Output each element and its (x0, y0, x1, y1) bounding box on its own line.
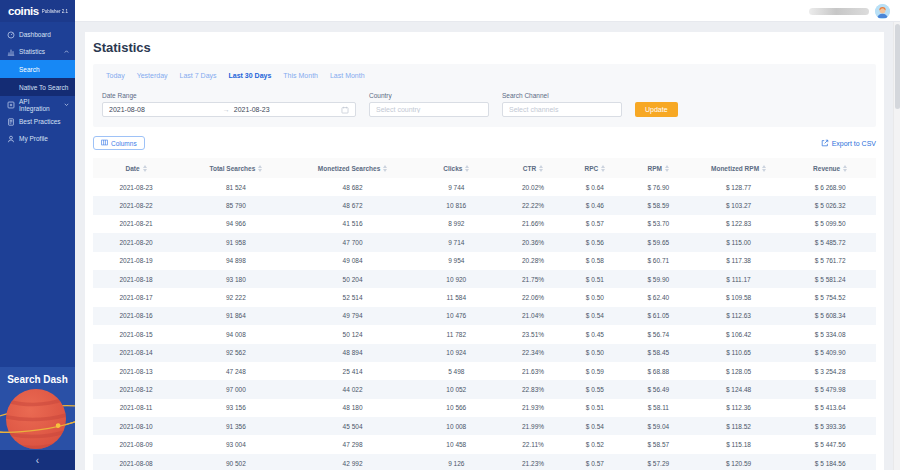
sidebar-item-label: Dashboard (19, 31, 51, 38)
sort-ascending-caret (539, 165, 543, 168)
search-channel-select[interactable] (502, 102, 622, 117)
cell-revenue: $ 6 268.90 (784, 178, 876, 196)
column-header-label: RPC (585, 165, 599, 172)
tab-last-month[interactable]: Last Month (330, 72, 365, 79)
cell-rpc: $ 0.59 (566, 362, 624, 380)
date-range-input[interactable]: 2021-08-08 → 2021-08-23 (102, 102, 356, 117)
country-label: Country (369, 92, 489, 99)
column-header-date[interactable]: Date (93, 158, 179, 178)
column-header-ctr[interactable]: CTR (500, 158, 566, 178)
vertical-scrollbar[interactable] (893, 22, 900, 470)
search-channel-group: Search Channel (502, 92, 622, 117)
tab-today[interactable]: Today (106, 72, 125, 79)
bar-chart-icon (7, 48, 15, 56)
cell-monetized-rpm: $ 110.65 (693, 344, 785, 362)
filter-tabs: TodayYesterdayLast 7 DaysLast 30 DaysThi… (102, 72, 867, 79)
cell-monetized-rpm: $ 112.63 (693, 307, 785, 325)
sidebar-item-dashboard[interactable]: Dashboard (0, 26, 75, 43)
sort-descending-caret (762, 169, 766, 172)
cell-revenue: $ 5 099.50 (784, 215, 876, 233)
sort-ascending-caret (665, 165, 669, 168)
cell-rpc: $ 0.64 (566, 178, 624, 196)
cell-total-searches: 94 008 (179, 325, 293, 343)
sidebar-item-best-practices[interactable]: Best Practices (0, 113, 75, 130)
cell-monetized-rpm: $ 128.05 (693, 362, 785, 380)
sort-ascending-caret (843, 165, 847, 168)
cell-rpm: $ 58.11 (624, 399, 693, 417)
date-start-value[interactable]: 2021-08-08 (109, 106, 145, 113)
table-row: 2021-08-2381 52448 6829 74420.02%$ 0.64$… (93, 178, 876, 196)
update-button[interactable]: Update (635, 102, 678, 117)
tab-last-7-days[interactable]: Last 7 Days (180, 72, 217, 79)
sidebar-collapse-button[interactable]: ‹ (0, 450, 75, 470)
cell-date: 2021-08-08 (93, 454, 179, 470)
tab-this-month[interactable]: This Month (283, 72, 318, 79)
sidebar-item-my-profile[interactable]: My Profile (0, 130, 75, 147)
promo-title: Search Dash (0, 374, 75, 385)
column-header-revenue[interactable]: Revenue (784, 158, 876, 178)
cell-total-searches: 93 180 (179, 270, 293, 288)
column-header-rpm[interactable]: RPM (624, 158, 693, 178)
columns-button[interactable]: Columns (93, 136, 145, 150)
cell-rpm: $ 58.45 (624, 344, 693, 362)
cell-total-searches: 94 966 (179, 215, 293, 233)
sort-icon (258, 165, 262, 172)
cell-rpm: $ 60.71 (624, 252, 693, 270)
cell-monetized-rpm: $ 118.52 (693, 417, 785, 435)
cell-monetized-searches: 48 894 (293, 344, 413, 362)
column-header-clicks[interactable]: Clicks (412, 158, 500, 178)
column-header-total-searches[interactable]: Total Searches (179, 158, 293, 178)
cell-rpm: $ 59.04 (624, 417, 693, 435)
cell-rpc: $ 0.51 (566, 399, 624, 417)
date-separator: → (223, 106, 230, 113)
cell-rpc: $ 0.50 (566, 288, 624, 306)
cell-rpc: $ 0.51 (566, 270, 624, 288)
cell-revenue: $ 5 393.36 (784, 417, 876, 435)
country-select[interactable] (369, 102, 489, 117)
sidebar-promo[interactable]: Search Dash (0, 367, 75, 470)
cell-total-searches: 97 000 (179, 380, 293, 398)
cell-rpc: $ 0.54 (566, 417, 624, 435)
cell-rpc: $ 0.52 (566, 435, 624, 453)
calendar-icon (341, 106, 349, 114)
stats-table-head-row: DateTotal SearchesMonetized SearchesClic… (93, 158, 876, 178)
sidebar-item-search[interactable]: Search (0, 60, 75, 78)
sidebar-item-native-to-search[interactable]: Native To Search (0, 78, 75, 96)
tab-last-30-days[interactable]: Last 30 Days (229, 72, 272, 79)
cell-date: 2021-08-12 (93, 380, 179, 398)
column-header-monetized-searches[interactable]: Monetized Searches (293, 158, 413, 178)
cell-date: 2021-08-22 (93, 196, 179, 214)
cell-rpm: $ 61.05 (624, 307, 693, 325)
sidebar: DashboardStatisticsSearchNative To Searc… (0, 22, 75, 470)
sidebar-item-label: Search (19, 66, 40, 73)
table-toolbar: Columns Export to CSV (93, 136, 876, 150)
cell-clicks: 10 566 (412, 399, 500, 417)
date-range-group: Date Range 2021-08-08 → 2021-08-23 (102, 92, 356, 117)
cell-revenue: $ 5 413.64 (784, 399, 876, 417)
date-end-value[interactable]: 2021-08-23 (234, 106, 270, 113)
cell-revenue: $ 5 581.24 (784, 270, 876, 288)
sort-descending-caret (665, 169, 669, 172)
sort-descending-caret (465, 169, 469, 172)
sort-ascending-caret (601, 165, 605, 168)
cell-rpc: $ 0.56 (566, 233, 624, 251)
sidebar-item-api-integration[interactable]: API Integration (0, 96, 75, 113)
tab-yesterday[interactable]: Yesterday (137, 72, 168, 79)
table-row: 2021-08-1792 22252 51411 58422.06%$ 0.50… (93, 288, 876, 306)
user-area (809, 0, 890, 22)
cell-revenue: $ 5 334.08 (784, 325, 876, 343)
cell-revenue: $ 5 485.72 (784, 233, 876, 251)
export-csv-link[interactable]: Export to CSV (821, 139, 876, 148)
sidebar-item-statistics[interactable]: Statistics (0, 43, 75, 60)
cell-ctr: 21.99% (500, 417, 566, 435)
sort-icon (383, 165, 387, 172)
cell-monetized-searches: 48 672 (293, 196, 413, 214)
scrollbar-thumb[interactable] (895, 24, 900, 109)
column-header-monetized-rpm[interactable]: Monetized RPM (693, 158, 785, 178)
cell-monetized-searches: 45 504 (293, 417, 413, 435)
cell-clicks: 10 476 (412, 307, 500, 325)
stats-table: DateTotal SearchesMonetized SearchesClic… (93, 158, 876, 470)
sort-ascending-caret (762, 165, 766, 168)
avatar[interactable] (875, 4, 890, 19)
column-header-rpc[interactable]: RPC (566, 158, 624, 178)
